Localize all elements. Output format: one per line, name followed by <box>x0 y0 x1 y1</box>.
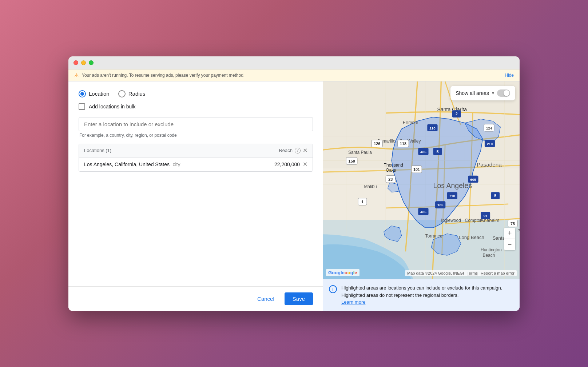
google-logo: Google <box>328 270 345 275</box>
location-reach-value: 22,200,000 <box>274 161 300 167</box>
show-all-areas-panel: Show all areas ▾ <box>450 86 515 100</box>
bulk-locations-label: Add locations in bulk <box>89 104 135 109</box>
zoom-in-button[interactable]: + <box>504 228 515 239</box>
map-credits: Googleoogle <box>326 269 359 276</box>
svg-text:150: 150 <box>349 159 355 163</box>
svg-text:5: 5 <box>494 194 496 198</box>
location-type: city <box>172 161 180 167</box>
location-radio[interactable] <box>79 90 86 97</box>
svg-text:Huntington: Huntington <box>481 247 502 252</box>
show-all-areas-label: Show all areas <box>456 90 489 96</box>
svg-text:Los Angeles: Los Angeles <box>433 181 472 190</box>
svg-text:405: 405 <box>420 210 426 214</box>
svg-text:105: 105 <box>437 203 444 207</box>
search-container: For example, a country, city, region, or… <box>79 117 313 138</box>
show-all-areas-toggle[interactable] <box>497 89 510 97</box>
svg-text:Fillmore: Fillmore <box>403 120 418 125</box>
info-icon: i <box>329 285 337 293</box>
map-container[interactable]: Santa Clarita Thousand Oaks Camarillo Sa… <box>323 81 520 279</box>
location-type-selector: Location Radius <box>79 90 313 97</box>
titlebar <box>68 56 520 69</box>
notification-bar: ⚠ Your ads aren't running. To resume ser… <box>68 69 520 81</box>
bulk-locations-checkbox[interactable] <box>79 103 85 110</box>
left-section: Location Radius Add locations in bulk Fo… <box>68 81 323 311</box>
svg-text:710: 710 <box>449 194 456 198</box>
save-button[interactable]: Save <box>285 292 313 305</box>
map-info-content: Highlighted areas are locations you can … <box>341 285 502 298</box>
svg-text:Irvine: Irvine <box>516 228 520 233</box>
svg-text:Thousand: Thousand <box>384 162 403 167</box>
location-name: Los Angeles, California, United States <box>84 161 170 167</box>
bulk-locations-row[interactable]: Add locations in bulk <box>79 103 313 110</box>
svg-text:101: 101 <box>413 167 420 171</box>
left-scroll-area: Location Radius Add locations in bulk Fo… <box>68 81 323 286</box>
svg-text:5: 5 <box>437 149 439 153</box>
hide-button[interactable]: Hide <box>505 73 514 78</box>
svg-text:405: 405 <box>420 149 426 153</box>
chevron-down-icon: ▾ <box>492 91 494 96</box>
minimize-button[interactable] <box>81 60 86 65</box>
svg-text:91: 91 <box>484 214 488 218</box>
zoom-controls: + − <box>504 228 515 250</box>
map-svg: Santa Clarita Thousand Oaks Camarillo Sa… <box>323 81 520 279</box>
zoom-out-button[interactable]: − <box>504 239 515 250</box>
svg-text:1: 1 <box>361 199 363 204</box>
location-name-cell: Los Angeles, California, United States c… <box>84 161 180 168</box>
warning-icon: ⚠ <box>74 72 79 78</box>
map-data-credits: Map data ©2024 Google, INEGI <box>407 271 464 275</box>
bottom-bar: Cancel Save <box>68 286 323 311</box>
svg-text:23: 23 <box>388 177 393 181</box>
svg-text:124: 124 <box>486 126 492 130</box>
main-content: Location Radius Add locations in bulk Fo… <box>68 81 520 311</box>
locations-table-header: Locations (1) Reach ? ✕ <box>79 144 313 157</box>
svg-text:Inglewood: Inglewood <box>441 218 461 223</box>
remove-location-icon[interactable]: ✕ <box>303 161 307 167</box>
svg-text:75: 75 <box>510 221 515 226</box>
reach-info-icon[interactable]: ? <box>295 148 301 153</box>
svg-text:Santa Clarita: Santa Clarita <box>437 106 467 112</box>
map-terms-bar: Map data ©2024 Google, INEGI Terms Repor… <box>405 270 517 276</box>
close-all-locations-icon[interactable]: ✕ <box>303 148 307 153</box>
cancel-button[interactable]: Cancel <box>251 293 280 305</box>
svg-text:Compton: Compton <box>465 218 482 223</box>
table-row: Los Angeles, California, United States c… <box>79 157 313 171</box>
svg-text:Oaks: Oaks <box>386 167 396 172</box>
svg-text:2: 2 <box>456 112 458 116</box>
location-label: Location <box>89 91 110 97</box>
radius-label: Radius <box>128 91 146 97</box>
svg-text:210: 210 <box>429 126 436 130</box>
maximize-button[interactable] <box>89 60 94 65</box>
svg-text:118: 118 <box>400 141 406 146</box>
svg-text:Long Beach: Long Beach <box>459 234 484 240</box>
svg-text:Santa Paula: Santa Paula <box>348 149 372 155</box>
svg-text:605: 605 <box>470 177 476 181</box>
svg-text:Beach: Beach <box>482 252 495 258</box>
svg-text:Pasadena: Pasadena <box>477 161 502 167</box>
location-search-input[interactable] <box>79 117 313 131</box>
report-map-error-link[interactable]: Report a map error <box>481 271 514 275</box>
map-section: Santa Clarita Thousand Oaks Camarillo Sa… <box>323 81 520 311</box>
reach-header: Reach ? ✕ <box>279 148 307 153</box>
svg-text:126: 126 <box>374 141 380 146</box>
svg-text:Torrance: Torrance <box>425 234 442 239</box>
reach-label: Reach <box>279 148 293 153</box>
locations-count: Locations (1) <box>84 148 111 153</box>
search-hint: For example, a country, city, region, or… <box>79 133 313 138</box>
notification-text: Your ads aren't running. To resume servi… <box>82 73 245 78</box>
learn-more-link[interactable]: Learn more <box>341 299 365 305</box>
location-radio-option[interactable]: Location <box>79 90 110 97</box>
location-reach-cell: 22,200,000 ✕ <box>274 161 307 167</box>
radius-radio[interactable] <box>118 90 126 97</box>
map-info-bar: i Highlighted areas are locations you ca… <box>323 279 520 311</box>
locations-table: Locations (1) Reach ? ✕ Los Angeles, Cal… <box>79 144 313 172</box>
radius-radio-option[interactable]: Radius <box>118 90 146 97</box>
svg-text:210: 210 <box>487 142 493 146</box>
map-info-text: Highlighted areas are locations you can … <box>341 284 514 306</box>
terms-link[interactable]: Terms <box>467 271 478 275</box>
svg-text:Malibu: Malibu <box>364 184 377 189</box>
close-button[interactable] <box>74 60 78 65</box>
